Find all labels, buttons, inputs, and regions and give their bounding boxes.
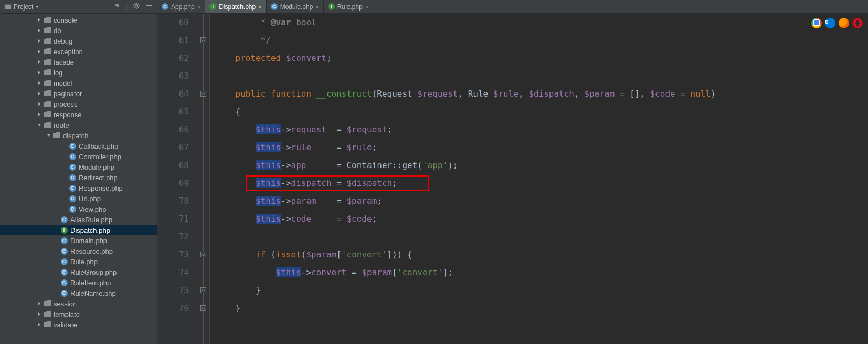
- close-icon[interactable]: ×: [197, 4, 200, 10]
- code-line[interactable]: $this->dispatch = $dispatch;: [215, 174, 868, 192]
- line-number: 71: [157, 210, 189, 228]
- fold-marker-icon[interactable]: [200, 37, 206, 43]
- tree-item-label: Resource.php: [70, 247, 113, 255]
- tree-arrow-icon: [62, 196, 67, 201]
- project-tree[interactable]: consoledbdebugexceptionfacadelogmodelpag…: [0, 14, 157, 344]
- tree-arrow-icon: [46, 133, 51, 138]
- fold-marker-icon[interactable]: [200, 252, 206, 257]
- opera-icon[interactable]: [852, 18, 863, 28]
- project-title: Project: [14, 3, 33, 11]
- tree-arrow-icon: [37, 322, 42, 327]
- tree-arrow-icon: [54, 217, 59, 222]
- code-line[interactable]: public function __construct(Request $req…: [215, 85, 868, 103]
- code-line[interactable]: $this->request = $request;: [215, 121, 868, 139]
- code-line[interactable]: $this->app = Container::get('app');: [215, 157, 868, 174]
- code-line[interactable]: $this->param = $param;: [215, 192, 868, 210]
- code-line[interactable]: }: [215, 282, 868, 299]
- code-line[interactable]: protected $convert;: [215, 49, 868, 67]
- line-number: 70: [157, 192, 189, 210]
- code-line[interactable]: $this->rule = $rule;: [215, 139, 868, 157]
- tree-item-ruleitem-php[interactable]: CRuleItem.php: [0, 277, 157, 288]
- tree-arrow-icon: [37, 59, 42, 65]
- tree-arrow-icon: [62, 164, 67, 170]
- code-line[interactable]: {: [215, 103, 868, 121]
- project-dropdown[interactable]: Project: [4, 3, 39, 11]
- tree-item-rule-php[interactable]: CRule.php: [0, 256, 157, 267]
- hide-icon[interactable]: [145, 2, 153, 11]
- fold-marker-icon[interactable]: [200, 305, 206, 311]
- gear-icon[interactable]: [133, 2, 140, 11]
- tree-item-label: Redirect.php: [79, 174, 118, 182]
- tree-item-model[interactable]: model: [0, 78, 157, 88]
- php-class-icon: C: [60, 268, 68, 276]
- tree-item-domain-php[interactable]: CDomain.php: [0, 235, 157, 246]
- code-line[interactable]: $this->code = $code;: [215, 210, 868, 228]
- tree-arrow-icon: [37, 112, 42, 117]
- tree-item-label: Domain.php: [70, 237, 107, 245]
- tree-item-rulegroup-php[interactable]: CRuleGroup.php: [0, 267, 157, 277]
- tab-rule-php[interactable]: IRule.php×: [324, 0, 373, 13]
- code-line[interactable]: [215, 67, 868, 85]
- php-class-icon: C: [60, 237, 68, 244]
- edge-icon[interactable]: e: [825, 18, 835, 28]
- close-icon[interactable]: ×: [258, 4, 261, 10]
- tree-item-label: route: [54, 121, 69, 129]
- tree-item-label: Url.php: [79, 195, 101, 203]
- tree-item-url-php[interactable]: CUrl.php: [0, 193, 157, 204]
- tree-item-redirect-php[interactable]: CRedirect.php: [0, 172, 157, 183]
- close-icon[interactable]: ×: [315, 4, 319, 10]
- php-class-icon: C: [69, 195, 76, 202]
- code-content[interactable]: * @var bool */ protected $convert; publi…: [210, 14, 868, 344]
- tree-item-session[interactable]: session: [0, 298, 157, 309]
- tree-arrow-icon: [54, 248, 59, 254]
- tree-item-log[interactable]: log: [0, 67, 157, 78]
- tree-item-dispatch-php[interactable]: IDispatch.php: [0, 225, 157, 235]
- collapse-icon[interactable]: [113, 2, 121, 11]
- tree-arrow-icon: [37, 122, 42, 128]
- fold-marker-icon[interactable]: [200, 287, 206, 293]
- tree-item-label: Controller.php: [79, 153, 121, 161]
- code-line[interactable]: if (isset($param['convert'])) {: [215, 246, 868, 264]
- line-number: 63: [157, 67, 189, 85]
- editor-body[interactable]: 6061626364656667686970717273747576 * @va…: [157, 14, 868, 344]
- tree-item-console[interactable]: console: [0, 15, 157, 25]
- code-line[interactable]: [215, 228, 868, 246]
- tree-item-callback-php[interactable]: CCallback.php: [0, 141, 157, 151]
- tree-item-process[interactable]: process: [0, 99, 157, 109]
- tree-item-controller-php[interactable]: CController.php: [0, 151, 157, 162]
- tree-item-resource-php[interactable]: CResource.php: [0, 246, 157, 256]
- tab-app-php[interactable]: CApp.php×: [157, 0, 205, 13]
- tree-item-rulename-php[interactable]: CRuleName.php: [0, 288, 157, 298]
- folder-icon: [44, 79, 51, 87]
- tree-item-dispatch[interactable]: dispatch: [0, 130, 157, 141]
- code-line[interactable]: * @var bool: [215, 14, 868, 32]
- tree-item-validate[interactable]: validate: [0, 319, 157, 330]
- tab-dispatch-php[interactable]: IDispatch.php×: [205, 0, 266, 13]
- tree-item-response-php[interactable]: CResponse.php: [0, 183, 157, 193]
- tree-item-debug[interactable]: debug: [0, 36, 157, 46]
- chevron-down-icon: [35, 5, 39, 9]
- tree-item-aliasrule-php[interactable]: CAliasRule.php: [0, 214, 157, 225]
- code-line[interactable]: $this->convert = $param['convert'];: [215, 264, 868, 282]
- tree-item-exception[interactable]: exception: [0, 46, 157, 57]
- tree-item-module-php[interactable]: CModule.php: [0, 162, 157, 172]
- close-icon[interactable]: ×: [365, 4, 368, 10]
- tree-arrow-icon: [37, 17, 42, 23]
- firefox-icon[interactable]: [839, 18, 849, 28]
- tree-item-paginator[interactable]: paginator: [0, 88, 157, 99]
- tree-item-view-php[interactable]: CView.php: [0, 204, 157, 214]
- tree-item-facade[interactable]: facade: [0, 57, 157, 67]
- chrome-icon[interactable]: [811, 18, 822, 28]
- tree-item-template[interactable]: template: [0, 309, 157, 319]
- code-line[interactable]: */: [215, 32, 868, 49]
- tree-item-db[interactable]: db: [0, 25, 157, 36]
- tree-item-label: RuleName.php: [70, 289, 116, 297]
- tree-item-response[interactable]: response: [0, 109, 157, 120]
- tree-item-route[interactable]: route: [0, 120, 157, 130]
- fold-marker-icon[interactable]: [200, 91, 206, 97]
- code-line[interactable]: }: [215, 299, 868, 317]
- line-number: 61: [157, 32, 189, 49]
- tab-label: Module.php: [280, 3, 313, 11]
- tab-module-php[interactable]: CModule.php×: [267, 0, 324, 13]
- tree-arrow-icon: [37, 91, 42, 96]
